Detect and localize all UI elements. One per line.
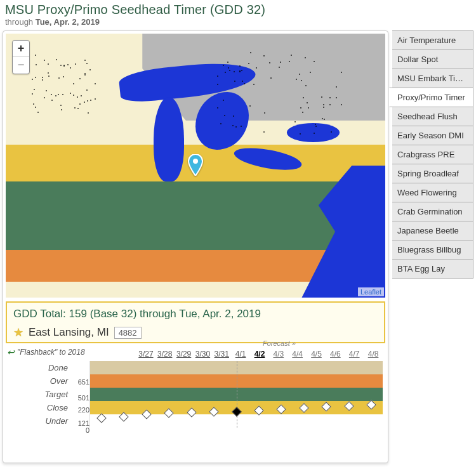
marker-4-4[interactable] — [277, 404, 287, 414]
scale-values: 6515012201210 — [72, 361, 89, 428]
flashback-link[interactable]: ↩ "Flashback" to 2018 — [7, 347, 136, 358]
tab-spring-broadleaf[interactable]: Spring Broadleaf — [392, 164, 473, 183]
tab-bluegrass-billbug[interactable]: Bluegrass Billbug — [392, 240, 473, 260]
page-title: MSU Proxy/Primo Seedhead Timer (GDD 32) — [5, 3, 471, 17]
marker-3-30[interactable] — [164, 408, 174, 418]
tab-air-temperature[interactable]: Air Temperature — [392, 30, 473, 50]
zoom-control: + − — [12, 40, 30, 74]
band-labels: DoneOverTargetCloseUnder — [7, 361, 72, 428]
tab-weed-flowering[interactable]: Weed Flowering — [392, 183, 473, 202]
marker-4-5[interactable] — [299, 403, 309, 413]
main-panel: + − Leaflet GDD Total: 159 (Base 32) thr… — [3, 30, 388, 463]
gdd-total-text: GDD Total: 159 (Base 32) through Tue, Ap… — [13, 308, 378, 320]
zoom-out-button[interactable]: − — [13, 57, 29, 74]
marker-4-8[interactable] — [367, 400, 377, 411]
flashback-arrow-icon: ↩ — [7, 347, 15, 357]
favorite-star-icon[interactable]: ★ — [13, 326, 23, 339]
tab-crabgrass-pre[interactable]: Crabgrass PRE — [392, 145, 473, 164]
location-pin-icon[interactable] — [187, 154, 204, 171]
lake-michigan — [154, 97, 184, 181]
date-4-2[interactable]: 4/2 — [250, 350, 269, 358]
zoom-in-button[interactable]: + — [13, 41, 29, 57]
marker-3-28[interactable] — [119, 412, 129, 422]
map-canvas[interactable]: + − Leaflet — [6, 34, 385, 298]
tab-proxy-primo-timer[interactable]: Proxy/Primo Timer — [389, 88, 473, 107]
marker-4-1[interactable] — [209, 407, 219, 417]
date-3-30[interactable]: 3/30 — [194, 350, 213, 358]
svg-point-0 — [193, 159, 198, 164]
date-4-1[interactable]: 4/1 — [231, 350, 250, 358]
tab-early-season-dmi[interactable]: Early Season DMI — [392, 126, 473, 145]
marker-4-6[interactable] — [322, 402, 332, 412]
layer-tabs: Air TemperatureDollar SpotMSU Embark Tim… — [392, 30, 473, 463]
date-3-29[interactable]: 3/29 — [175, 350, 194, 358]
page-header: MSU Proxy/Primo Seedhead Timer (GDD 32) … — [0, 0, 476, 30]
map-attribution[interactable]: Leaflet — [358, 287, 384, 296]
date-4-5[interactable]: 4/5 — [307, 350, 326, 358]
forecast-label: Forecast » — [263, 339, 296, 347]
tab-crab-germination[interactable]: Crab Germination — [392, 202, 473, 221]
date-4-6[interactable]: 4/6 — [326, 350, 345, 358]
date-4-8[interactable]: 4/8 — [364, 350, 383, 358]
tab-bta-egg-lay[interactable]: BTA Egg Lay — [392, 259, 473, 279]
tab-seedhead-flush[interactable]: Seedhead Flush — [392, 107, 473, 126]
date-3-27[interactable]: 3/27 — [136, 350, 155, 358]
timeline-bars — [89, 361, 383, 428]
tab-msu-embark-timer[interactable]: MSU Embark Timer — [392, 69, 473, 88]
timeline-dates: 3/273/283/293/303/314/14/24/34/44/54/64/… — [136, 350, 383, 358]
marker-3-29[interactable] — [142, 409, 152, 419]
marker-3-27[interactable] — [96, 414, 107, 424]
info-box: GDD Total: 159 (Base 32) through Tue, Ap… — [6, 301, 385, 343]
location-code-button[interactable]: 4882 — [114, 327, 142, 339]
date-3-31[interactable]: 3/31 — [212, 350, 231, 358]
timeline: ↩ "Flashback" to 2018 3/273/283/293/303/… — [6, 347, 385, 430]
date-3-28[interactable]: 3/28 — [155, 350, 175, 358]
date-4-7[interactable]: 4/7 — [345, 350, 364, 358]
marker-3-31[interactable] — [187, 407, 197, 418]
date-4-3[interactable]: 4/3 — [269, 350, 288, 358]
marker-4-2[interactable] — [232, 407, 242, 417]
tab-dollar-spot[interactable]: Dollar Spot — [392, 49, 473, 69]
date-4-4[interactable]: 4/4 — [288, 350, 307, 358]
marker-4-7[interactable] — [344, 402, 354, 412]
location-name: East Lansing, MI — [29, 326, 109, 339]
page-subtitle: through Tue, Apr. 2, 2019 — [5, 17, 471, 27]
marker-4-3[interactable] — [254, 405, 264, 416]
tab-japanese-beetle[interactable]: Japanese Beetle — [392, 221, 473, 240]
